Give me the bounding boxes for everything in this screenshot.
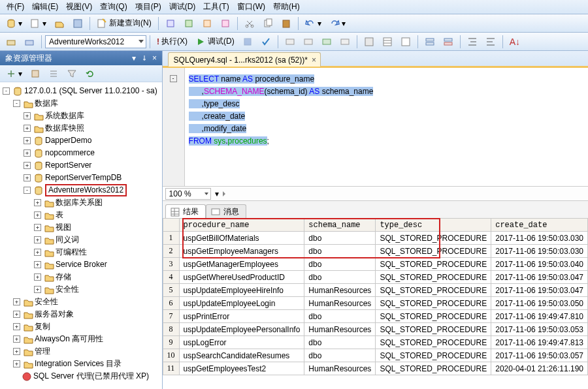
tree-item[interactable]: ReportServer <box>45 161 91 171</box>
tb-btn[interactable] <box>318 35 335 49</box>
table-cell[interactable]: HumanResources <box>304 362 376 375</box>
tree-item[interactable]: 管理 <box>35 347 50 357</box>
menu-debug[interactable]: 调试(D) <box>165 0 200 14</box>
tb-btn[interactable] <box>180 16 197 31</box>
panel-close-button[interactable]: × <box>150 54 159 63</box>
tree-item[interactable]: 系统数据库 <box>45 111 84 121</box>
table-cell[interactable]: 9 <box>163 336 179 349</box>
database-dropdown[interactable]: AdventureWorks2012 <box>45 35 146 48</box>
table-cell[interactable]: uspLogError <box>179 336 304 349</box>
table-cell[interactable]: 2017-11-06 19:50:03.057 <box>491 349 588 362</box>
tb-btn[interactable] <box>162 16 179 31</box>
tb-btn[interactable] <box>45 67 62 81</box>
table-cell[interactable]: 3 <box>163 258 179 271</box>
sql-file-tab[interactable]: SQLQuery4.sql - 1...rks2012 (sa (52))* × <box>168 52 321 67</box>
toolbar-btn[interactable] <box>51 16 68 31</box>
panel-pin-button[interactable] <box>140 54 149 63</box>
table-cell[interactable]: uspUpdateEmployeeHireInfo <box>179 284 304 297</box>
table-cell[interactable]: uspGetManagerEmployees <box>179 258 304 271</box>
table-cell[interactable]: SQL_STORED_PROCEDURE <box>376 349 491 362</box>
table-cell[interactable]: SQL_STORED_PROCEDURE <box>376 297 491 310</box>
table-cell[interactable]: 2017-11-06 19:49:47.810 <box>491 310 588 323</box>
tb-btn[interactable] <box>421 35 438 49</box>
results-grid[interactable]: procedure_nameschema_nametype_desccreate… <box>163 218 588 389</box>
tree-databases[interactable]: 数据库 <box>35 99 58 109</box>
stop-button[interactable] <box>239 35 256 49</box>
table-cell[interactable]: SQL_STORED_PROCEDURE <box>376 284 491 297</box>
tree-item[interactable]: SQL Server 代理(已禁用代理 XP) <box>33 371 149 382</box>
tree-item[interactable]: 存储 <box>56 272 71 283</box>
table-cell[interactable]: SQL_STORED_PROCEDURE <box>376 362 491 375</box>
tb-btn[interactable] <box>397 35 414 49</box>
table-cell[interactable]: dbo <box>304 258 376 271</box>
table-row[interactable]: 1uspGetBillOfMaterialsdboSQL_STORED_PROC… <box>163 232 587 245</box>
outdent-button[interactable] <box>482 35 499 49</box>
table-cell[interactable]: uspSearchCandidateResumes <box>179 349 304 362</box>
table-cell[interactable]: 2017-11-06 19:50:03.030 <box>491 245 588 258</box>
menu-file[interactable]: 件(F) <box>3 0 28 14</box>
table-cell[interactable]: 2017-11-06 19:50:03.040 <box>491 258 588 271</box>
tb-btn[interactable] <box>21 35 38 49</box>
table-cell[interactable]: SQL_STORED_PROCEDURE <box>376 245 491 258</box>
table-cell[interactable]: SQL_STORED_PROCEDURE <box>376 232 491 245</box>
table-cell[interactable]: dbo <box>304 232 376 245</box>
code-text[interactable]: SELECT name AS procedure_name ,SCHEMA_NA… <box>185 68 588 186</box>
tb-btn[interactable] <box>3 35 20 49</box>
table-cell[interactable]: uspPrintError <box>179 310 304 323</box>
table-row[interactable]: 9uspLogErrordboSQL_STORED_PROCEDURE2017-… <box>163 336 587 349</box>
debug-button[interactable]: 调试(D) <box>192 34 238 49</box>
menu-view[interactable]: 视图(V) <box>62 0 96 14</box>
tree-item[interactable]: 表 <box>56 210 63 221</box>
tree-item[interactable]: Integration Services 目录 <box>35 359 122 369</box>
table-row[interactable]: 11uspGetEmployeesTest2HumanResourcesSQL_… <box>163 362 587 375</box>
tree-item[interactable]: 安全性 <box>35 297 58 307</box>
table-cell[interactable]: SQL_STORED_PROCEDURE <box>376 271 491 284</box>
tb-btn[interactable] <box>361 35 378 49</box>
tb-btn[interactable] <box>440 35 457 49</box>
menu-window[interactable]: 窗口(W) <box>233 0 269 14</box>
table-cell[interactable]: uspGetEmployeeManagers <box>179 245 304 258</box>
table-cell[interactable]: 1 <box>163 232 179 245</box>
table-cell[interactable]: HumanResources <box>304 284 376 297</box>
tab-messages[interactable]: 消息 <box>206 204 246 219</box>
tree-item[interactable]: 同义词 <box>56 235 79 245</box>
table-cell[interactable]: dbo <box>304 336 376 349</box>
table-cell[interactable]: HumanResources <box>304 323 376 336</box>
table-cell[interactable]: 2017-11-06 19:50:03.030 <box>491 232 588 245</box>
table-row[interactable]: 8uspUpdateEmployeePersonalInfoHumanResou… <box>163 323 587 336</box>
toolbar-btn[interactable] <box>69 16 86 31</box>
table-cell[interactable]: dbo <box>304 349 376 362</box>
menu-query[interactable]: 查询(Q) <box>96 0 131 14</box>
menu-help[interactable]: 帮助(H) <box>269 0 304 14</box>
table-cell[interactable]: 2017-11-06 19:50:03.050 <box>491 297 588 310</box>
tree-item[interactable]: AlwaysOn 高可用性 <box>35 334 103 345</box>
tree-item[interactable]: 可编程性 <box>56 247 87 258</box>
table-cell[interactable]: 6 <box>163 297 179 310</box>
menu-project[interactable]: 项目(P) <box>131 0 165 14</box>
column-header[interactable]: type_desc <box>376 219 491 232</box>
connect-button[interactable]: ▾ <box>3 67 25 81</box>
filter-button[interactable] <box>63 67 80 81</box>
table-cell[interactable]: uspGetBillOfMaterials <box>179 232 304 245</box>
table-cell[interactable]: 11 <box>163 362 179 375</box>
tb-btn[interactable] <box>379 35 396 49</box>
results-table[interactable]: procedure_nameschema_nametype_desccreate… <box>163 218 588 375</box>
tab-results[interactable]: 结果 <box>165 204 206 219</box>
table-cell[interactable]: dbo <box>304 310 376 323</box>
scroll-indicator[interactable] <box>223 191 228 196</box>
tree-server[interactable]: 127.0.0.1 (SQL Server 11.0.2100 - sa) <box>24 86 157 97</box>
table-cell[interactable]: SQL_STORED_PROCEDURE <box>376 336 491 349</box>
table-cell[interactable]: uspGetEmployeesTest2 <box>179 362 304 375</box>
toolbar-btn[interactable]: ▾ <box>27 16 50 31</box>
table-row[interactable]: 6uspUpdateEmployeeLoginHumanResourcesSQL… <box>163 297 587 310</box>
table-row[interactable]: 4uspGetWhereUsedProductIDdboSQL_STORED_P… <box>163 271 587 284</box>
table-cell[interactable]: uspUpdateEmployeeLogin <box>179 297 304 310</box>
undo-button[interactable]: ▾ <box>302 16 325 31</box>
tree-item[interactable]: ReportServerTempDB <box>45 173 122 183</box>
execute-button[interactable]: ! 执行(X) <box>154 34 191 49</box>
toolbar-btn[interactable]: ▾ <box>3 16 25 31</box>
tree-item[interactable]: 安全性 <box>56 285 79 295</box>
table-row[interactable]: 10uspSearchCandidateResumesdboSQL_STORED… <box>163 349 587 362</box>
tree-view[interactable]: -127.0.0.1 (SQL Server 11.0.2100 - sa) -… <box>0 82 162 389</box>
sql-editor[interactable]: - SELECT name AS procedure_name ,SCHEMA_… <box>163 68 588 187</box>
